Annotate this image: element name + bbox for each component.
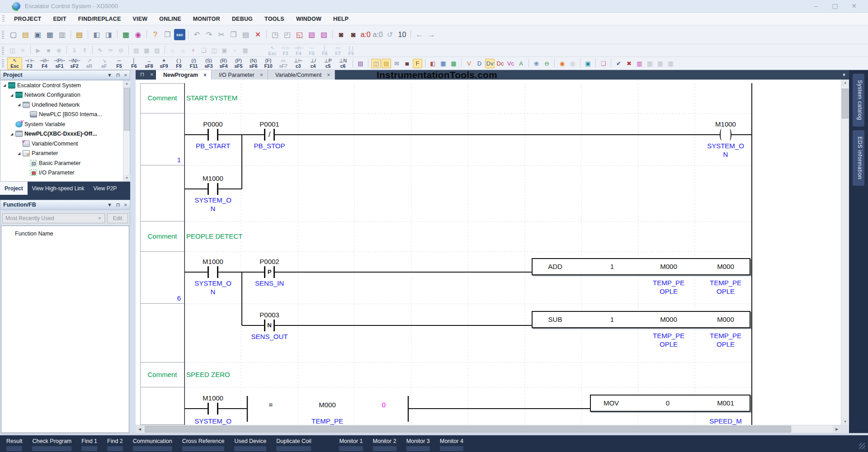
edit-button[interactable]: Edit — [107, 213, 128, 223]
panel-pin-icon[interactable]: ⊓ — [116, 72, 120, 78]
write-tag-icon[interactable]: ◧ — [91, 29, 102, 40]
tree-item-newplc-xbc-dxxxe-off[interactable]: ◢NewPLC(XBC-DxxxE)-Off... — [0, 129, 130, 139]
function-list[interactable]: Function Name — [1, 226, 129, 433]
base-view-2-icon[interactable]: ⌂ — [178, 46, 188, 55]
copy-icon[interactable]: ❐ — [228, 29, 239, 40]
tool-f7[interactable]: ▭F7 — [331, 44, 344, 56]
vertical-scrollbar[interactable]: ▲ ▼ — [841, 80, 849, 425]
redo-icon[interactable]: ↷ — [203, 29, 215, 40]
read-tag-icon[interactable]: ◨ — [103, 29, 114, 40]
tool-f9[interactable]: ( )F9 — [344, 44, 358, 56]
used-device-book-icon[interactable]: ▥ — [635, 59, 644, 68]
tool-f4[interactable]: ⊣/⊢F4 — [37, 57, 52, 70]
tool-f5[interactable]: ─F5 — [305, 44, 318, 56]
back-icon[interactable]: ← — [414, 29, 425, 40]
panel-dropdown-icon[interactable]: ▼ — [107, 72, 112, 78]
function-f-icon[interactable]: F — [413, 59, 422, 68]
dup-coil-book-icon[interactable]: ▥ — [656, 59, 665, 68]
tool-sf6[interactable]: (N)sF6 — [246, 57, 261, 70]
tree-expander-icon[interactable]: ◢ — [10, 132, 15, 136]
bookmark-prev-icon[interactable]: ◎ — [568, 59, 577, 68]
contact-pb-start[interactable] — [208, 129, 218, 141]
menu-monitor[interactable]: MONITOR — [193, 16, 220, 22]
undo-icon[interactable]: ↶ — [191, 29, 203, 40]
tool-c4[interactable]: ⊥/c4 — [306, 57, 321, 70]
find-icon[interactable]: ◙ — [335, 29, 347, 40]
status-tab-monitor-1[interactable]: Monitor 1 — [339, 438, 363, 452]
scroll-left-icon[interactable]: ◀ — [136, 425, 144, 433]
insert-line-icon[interactable]: ▧ — [306, 29, 317, 40]
tab-close-icon[interactable]: × — [260, 72, 263, 78]
status-tab-monitor-4[interactable]: Monitor 4 — [440, 438, 463, 452]
insert-cell-icon[interactable]: ◳ — [269, 29, 281, 40]
status-tab-duplicate-coil[interactable]: Duplicate Coil — [276, 438, 311, 452]
status-tab-find-2[interactable]: Find 2 — [107, 438, 123, 452]
comment-cell-2[interactable]: Comment — [140, 232, 184, 240]
tool-sf4[interactable]: (R)sF4 — [216, 57, 231, 70]
scroll-up-icon[interactable]: ▲ — [123, 80, 130, 87]
find-again-icon[interactable]: ↺ — [384, 29, 396, 40]
save-all-icon[interactable]: ▦ — [44, 29, 56, 40]
panel-splitter[interactable] — [0, 195, 130, 200]
status-tab-check-program[interactable]: Check Program — [32, 438, 71, 452]
status-tab-used-device[interactable]: Used Device — [234, 438, 266, 452]
menu-project[interactable]: PROJECT — [14, 16, 41, 22]
function-filter-dropdown[interactable]: Most Recently Used ▼ — [2, 213, 105, 223]
push-cell-icon[interactable]: ◰ — [282, 29, 293, 40]
compare-window-icon[interactable]: ▩ — [142, 46, 151, 55]
write-plc-icon[interactable]: ⇓ — [70, 46, 79, 55]
tab-close-icon[interactable]: × — [327, 72, 330, 78]
tool-f3[interactable]: ⊣ ⊢F3 — [22, 57, 37, 70]
paste-icon[interactable]: ▤ — [240, 29, 251, 40]
delete-cell-icon[interactable]: ◱ — [294, 29, 305, 40]
check-all-book-icon[interactable]: ▥ — [666, 59, 675, 68]
scroll-down-icon[interactable]: ▼ — [123, 175, 130, 181]
menu-tools[interactable]: TOOLS — [264, 16, 284, 22]
panel-monitor-icon[interactable]: ▣ — [220, 46, 229, 55]
pin-icon[interactable]: ⊓ — [140, 71, 144, 78]
minimize-button[interactable]: – — [809, 2, 823, 9]
comment-bubble-icon[interactable]: ❑ — [599, 59, 608, 68]
contact-sens-in[interactable]: P — [264, 266, 275, 278]
tool-f9[interactable]: ( )F9 — [171, 57, 186, 70]
tool-sf9[interactable]: ✶sF9 — [156, 57, 171, 70]
doc-dv-icon[interactable]: Dv — [485, 59, 495, 68]
device-comment-icon[interactable]: ◫ — [371, 59, 381, 68]
panel-dropdown-icon[interactable]: ▼ — [107, 202, 112, 207]
stop-edit-icon[interactable]: ⊘ — [116, 46, 126, 55]
close-button[interactable]: ✕ — [847, 2, 861, 9]
status-tab-communication[interactable]: Communication — [133, 438, 172, 452]
forward-icon[interactable]: → — [426, 29, 437, 40]
tab-list-dropdown-icon[interactable]: ▼ — [842, 72, 846, 77]
menu-online[interactable]: ONLINE — [159, 16, 181, 22]
bookmark-next-icon[interactable]: ◉ — [557, 59, 567, 68]
cross-ref-book-icon[interactable]: ▥ — [645, 59, 655, 68]
message-icon[interactable]: ✉ — [392, 59, 401, 68]
rung-margin-cell[interactable] — [140, 387, 184, 425]
menu-view[interactable]: VIEW — [133, 16, 148, 22]
panel-tab-view-p2p[interactable]: View P2P — [89, 182, 122, 195]
resize-grip-icon[interactable] — [859, 443, 865, 449]
monitor-find-icon[interactable]: ◙ — [402, 59, 412, 68]
doc-a-icon[interactable]: A — [516, 59, 526, 68]
scroll-right-icon[interactable]: ▶ — [833, 425, 841, 433]
rung-margin-cell[interactable] — [140, 304, 184, 363]
panel-tab-view-high-speed-link[interactable]: View High-speed Link — [28, 182, 89, 195]
tool-sf8[interactable]: →sF8 — [142, 57, 156, 70]
contact-system-on[interactable] — [208, 403, 218, 414]
comment-text-start-system[interactable]: START SYSTEM — [186, 94, 237, 102]
maximize-button[interactable]: ▢ — [828, 2, 842, 9]
doc-dc-icon[interactable]: Dc — [495, 59, 505, 68]
coil-system-on[interactable] — [720, 129, 731, 141]
menu-edit[interactable]: EDIT — [53, 16, 66, 22]
help-icon[interactable]: ? — [150, 29, 161, 40]
base-view-1-icon[interactable]: ⌂ — [168, 46, 177, 55]
pause-icon[interactable]: ⊗ — [54, 46, 64, 55]
rung-margin-cell[interactable] — [140, 165, 184, 221]
find-next-icon[interactable]: ◙ — [348, 29, 359, 40]
tree-expander-icon[interactable]: ◢ — [10, 93, 15, 97]
replace-device-icon[interactable]: a:0 — [360, 29, 371, 40]
change-mode-icon[interactable]: ◫ — [8, 46, 17, 55]
base-select-icon[interactable]: ⌗ — [18, 46, 28, 55]
new-project-icon[interactable]: ▢ — [8, 29, 19, 40]
